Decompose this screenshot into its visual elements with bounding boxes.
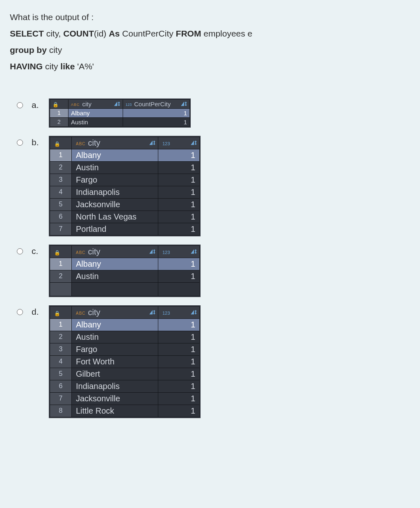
count-cell: 1 [123, 108, 190, 117]
city-cell: Austin [72, 331, 158, 343]
result-table-d: 🔒ABCcity1231Albany12Austin13Fargo14Fort … [50, 306, 200, 417]
count-cell: 1 [158, 211, 200, 223]
city-cell: Albany [72, 149, 158, 161]
row-number: 3 [50, 174, 72, 186]
lock-icon: 🔒 [54, 141, 60, 147]
table-row: 3Fargo1 [50, 174, 200, 186]
lock-icon: 🔒 [52, 102, 59, 108]
question-line-1: What is the output of : [10, 9, 410, 25]
city-header-label: city [82, 101, 92, 108]
row-number: 2 [50, 161, 72, 174]
count-cell: 1 [158, 149, 200, 161]
table-row: 7Jacksonville1 [50, 392, 200, 405]
option-b-label: b. [32, 137, 42, 147]
table-row: 2Austin1 [50, 117, 190, 126]
count-cell: 1 [158, 270, 200, 282]
abc-tag: ABC [76, 250, 86, 255]
sort-icon [191, 310, 197, 315]
option-a-radio[interactable] [17, 102, 23, 108]
table-row: 4Fort Worth1 [50, 355, 200, 368]
table-row: 1Albany1 [50, 258, 200, 270]
row-number: 2 [50, 270, 72, 282]
city-header-label: city [88, 247, 100, 256]
table-row: 2Austin1 [50, 161, 200, 174]
option-b: b. 🔒ABCcity1231Albany12Austin13Fargo14In… [15, 137, 410, 236]
lock-header: 🔒 [50, 99, 68, 108]
row-number: 7 [50, 392, 72, 405]
option-c-label: c. [32, 246, 42, 256]
abc-tag: ABC [76, 142, 86, 146]
question-text: What is the output of : SELECT city, COU… [10, 9, 410, 75]
option-b-radio[interactable] [17, 140, 23, 146]
table-row: 4Indianapolis1 [50, 186, 200, 198]
lock-header: 🔒 [50, 137, 72, 149]
num-tag: 123 [126, 103, 132, 107]
count-cell: 1 [158, 161, 200, 174]
row-number: 1 [50, 108, 68, 117]
count-cell [158, 282, 200, 296]
count-cell: 1 [123, 117, 190, 126]
option-c-radio[interactable] [17, 248, 23, 254]
city-cell: Indianapolis [72, 186, 158, 198]
lock-header: 🔒 [50, 245, 72, 258]
table-row: 2Austin1 [50, 331, 200, 343]
city-header: ABCcity [72, 137, 158, 149]
option-a-table-wrapper: 🔒ABCcity123CountPerCity1Albany12Austin1 [50, 99, 190, 127]
lock-icon: 🔒 [54, 311, 60, 316]
table-row: 5Jacksonville1 [50, 198, 200, 211]
city-cell: Austin [68, 117, 123, 126]
row-number: 4 [50, 355, 72, 368]
city-cell: Fort Worth [72, 355, 158, 368]
abc-tag: ABC [76, 311, 86, 316]
count-cell: 1 [158, 318, 200, 331]
lock-icon: 🔒 [54, 250, 60, 256]
city-cell: Fargo [72, 343, 158, 355]
option-d-radio[interactable] [17, 309, 23, 315]
table-row: 1Albany1 [50, 149, 200, 161]
city-cell: Albany [72, 318, 158, 331]
count-cell: 1 [158, 223, 200, 235]
city-cell [72, 282, 158, 296]
city-cell: Indianapolis [72, 380, 158, 392]
sort-icon [191, 249, 197, 254]
sort-icon [149, 141, 155, 145]
city-cell: Fargo [72, 174, 158, 186]
city-header-label: city [88, 138, 100, 147]
abc-tag: ABC [71, 103, 80, 107]
count-cell: 1 [158, 380, 200, 392]
city-cell: Jacksonville [72, 392, 158, 405]
row-number: 1 [50, 318, 72, 331]
row-number [50, 282, 72, 296]
row-number: 5 [50, 198, 72, 211]
table-row: 1Albany1 [50, 108, 190, 117]
row-number: 4 [50, 186, 72, 198]
city-cell: Portland [72, 223, 158, 235]
city-cell: Austin [72, 161, 158, 174]
option-d-table-wrapper: 🔒ABCcity1231Albany12Austin13Fargo14Fort … [50, 306, 200, 417]
num-tag: 123 [162, 250, 170, 255]
city-cell: Gilbert [72, 368, 158, 380]
count-cell: 1 [158, 331, 200, 343]
count-header-label: CountPerCity [134, 101, 171, 108]
count-cell: 1 [158, 405, 200, 417]
row-number: 2 [50, 331, 72, 343]
num-tag: 123 [162, 311, 170, 316]
result-table-a: 🔒ABCcity123CountPerCity1Albany12Austin1 [50, 99, 190, 127]
count-cell: 1 [158, 186, 200, 198]
row-number: 3 [50, 343, 72, 355]
option-d: d. 🔒ABCcity1231Albany12Austin13Fargo14Fo… [15, 306, 410, 417]
row-number: 7 [50, 223, 72, 235]
option-a-label: a. [32, 100, 42, 110]
sort-icon [149, 310, 155, 315]
row-number: 8 [50, 405, 72, 417]
table-row: 1Albany1 [50, 318, 200, 331]
count-header: 123 [158, 245, 200, 258]
table-row: 8Little Rock1 [50, 405, 200, 417]
option-a: a. 🔒ABCcity123CountPerCity1Albany12Austi… [15, 99, 410, 127]
lock-header: 🔒 [50, 306, 72, 318]
row-number: 5 [50, 368, 72, 380]
sort-icon [149, 249, 155, 254]
sql-line-1: SELECT city, COUNT(id) As CountPerCity F… [10, 25, 410, 42]
count-cell: 1 [158, 174, 200, 186]
city-cell: Austin [72, 270, 158, 282]
